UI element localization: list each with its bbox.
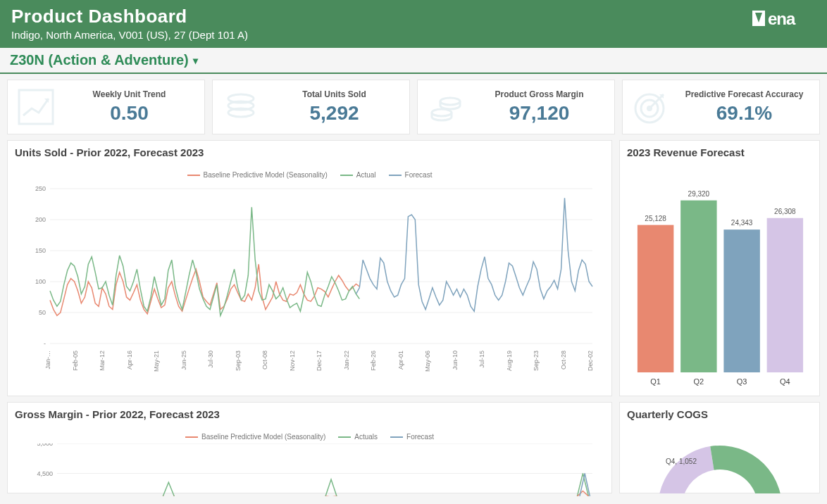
svg-text:Q3: Q3 [737, 377, 747, 386]
target-icon [631, 87, 671, 127]
dashboard-header: Product Dashboard Indigo, North America,… [0, 0, 827, 48]
svg-text:Jun-10: Jun-10 [452, 351, 459, 370]
revenue-bar-chart: 25,128Q129,320Q224,343Q326,308Q4 [627, 161, 814, 390]
kpi-value: 0.50 [63, 102, 196, 125]
chart-quarterly-cogs: Quarterly COGS Q4, 1,052 [619, 402, 820, 493]
kpi-label: Weekly Unit Trend [63, 89, 196, 99]
cogs-donut-chart: Q4, 1,052 [627, 423, 814, 493]
selector-bar: Z30N (Action & Adventure) [0, 48, 827, 74]
legend-item: Baseline Predictive Model (Seasonality) [187, 171, 328, 179]
svg-text:Sep-03: Sep-03 [235, 351, 242, 371]
chart-legend: Baseline Predictive Model (Seasonality) … [15, 433, 604, 441]
page-subtitle: Indigo, North America, V001 (US), 27 (De… [11, 29, 248, 41]
svg-text:ena: ena [768, 9, 796, 28]
kpi-value: 5,292 [268, 102, 401, 125]
svg-text:Nov-12: Nov-12 [289, 351, 296, 371]
chart-title: Units Sold - Prior 2022, Forecast 2023 [15, 146, 604, 158]
svg-text:Jan-22: Jan-22 [343, 351, 350, 370]
svg-text:Q4: Q4 [780, 377, 790, 386]
svg-rect-3 [19, 90, 53, 124]
svg-point-9 [432, 109, 452, 116]
kpi-label: Total Units Sold [268, 89, 401, 99]
svg-text:Jan-…: Jan-… [44, 351, 51, 370]
svg-text:Oct-28: Oct-28 [560, 351, 567, 370]
svg-text:Apr-16: Apr-16 [126, 351, 133, 370]
svg-text:150: 150 [35, 247, 46, 254]
brand-logo: ena [752, 8, 816, 28]
svg-text:Sep-23: Sep-23 [533, 351, 540, 371]
kpi-label: Predictive Forecast Accuracy [678, 89, 811, 99]
chart-gross-margin: Gross Margin - Prior 2022, Forecast 2023… [7, 402, 612, 493]
svg-text:Mar-12: Mar-12 [99, 351, 106, 371]
chart-title: Gross Margin - Prior 2022, Forecast 2023 [15, 408, 604, 420]
page-title: Product Dashboard [11, 6, 248, 27]
svg-text:Aug-19: Aug-19 [506, 351, 513, 371]
svg-text:5,000: 5,000 [37, 443, 53, 447]
svg-text:250: 250 [35, 185, 46, 192]
stack-icon [221, 87, 261, 127]
svg-rect-48 [638, 225, 673, 372]
svg-rect-57 [767, 218, 803, 372]
svg-text:Dec-02: Dec-02 [587, 351, 594, 371]
svg-rect-54 [723, 229, 759, 372]
svg-text:Q4, 1,052: Q4, 1,052 [666, 458, 697, 465]
kpi-weekly-trend: Weekly Unit Trend 0.50 [7, 80, 205, 134]
kpi-forecast-accuracy: Predictive Forecast Accuracy 69.1% [622, 80, 820, 134]
svg-text:Oct-08: Oct-08 [261, 351, 268, 370]
vena-logo-icon: ena [752, 8, 816, 28]
svg-text:Feb-26: Feb-26 [370, 351, 377, 371]
svg-text:26,308: 26,308 [774, 208, 796, 215]
chart-title: 2023 Revenue Forecast [627, 146, 812, 158]
kpi-value: 97,120 [473, 102, 606, 125]
legend-item: Forecast [390, 433, 434, 441]
chart-revenue-forecast: 2023 Revenue Forecast 25,128Q129,320Q224… [619, 140, 820, 396]
svg-point-8 [440, 98, 460, 105]
product-dropdown[interactable]: Z30N (Action & Adventure) [10, 52, 198, 68]
svg-text:100: 100 [35, 278, 46, 285]
svg-text:-: - [44, 340, 46, 347]
chart-legend: Baseline Predictive Model (Seasonality) … [15, 171, 604, 179]
kpi-gross-margin: Product Gross Margin 97,120 [417, 80, 615, 134]
gross-margin-line-chart: 5,0004,500 [15, 443, 599, 496]
svg-text:Jul-15: Jul-15 [478, 351, 485, 368]
kpi-label: Product Gross Margin [473, 89, 606, 99]
chart-units-sold: Units Sold - Prior 2022, Forecast 2023 B… [7, 140, 612, 396]
svg-text:Apr-01: Apr-01 [397, 351, 404, 370]
legend-item: Actuals [338, 433, 378, 441]
svg-text:May-21: May-21 [153, 351, 160, 372]
kpi-row: Weekly Unit Trend 0.50 Total Units Sold … [0, 74, 827, 140]
svg-rect-51 [680, 201, 716, 372]
svg-text:Jul-30: Jul-30 [207, 351, 214, 368]
legend-item: Forecast [389, 171, 433, 179]
trend-icon [16, 87, 56, 127]
svg-text:29,320: 29,320 [688, 190, 710, 198]
svg-text:200: 200 [35, 216, 46, 223]
svg-text:Feb-05: Feb-05 [72, 351, 79, 371]
svg-text:4,500: 4,500 [37, 470, 53, 477]
units-sold-line-chart: -50100150200250Jan-…Feb-05Mar-12Apr-16Ma… [15, 182, 599, 386]
svg-text:May-06: May-06 [424, 351, 431, 372]
product-dropdown-label: Z30N (Action & Adventure) [10, 52, 189, 68]
legend-item: Baseline Predictive Model (Seasonality) [185, 433, 325, 441]
svg-text:24,343: 24,343 [731, 219, 753, 227]
coins-icon [426, 87, 466, 127]
svg-text:25,128: 25,128 [645, 215, 666, 222]
svg-text:Q2: Q2 [694, 377, 704, 386]
chart-title: Quarterly COGS [627, 408, 812, 420]
svg-text:50: 50 [39, 309, 46, 316]
kpi-value: 69.1% [678, 102, 811, 125]
kpi-total-units: Total Units Sold 5,292 [212, 80, 410, 134]
svg-text:Q1: Q1 [650, 377, 661, 386]
legend-item: Actual [340, 171, 376, 179]
svg-text:Dec-17: Dec-17 [316, 351, 323, 371]
svg-text:Jun-25: Jun-25 [180, 351, 187, 370]
